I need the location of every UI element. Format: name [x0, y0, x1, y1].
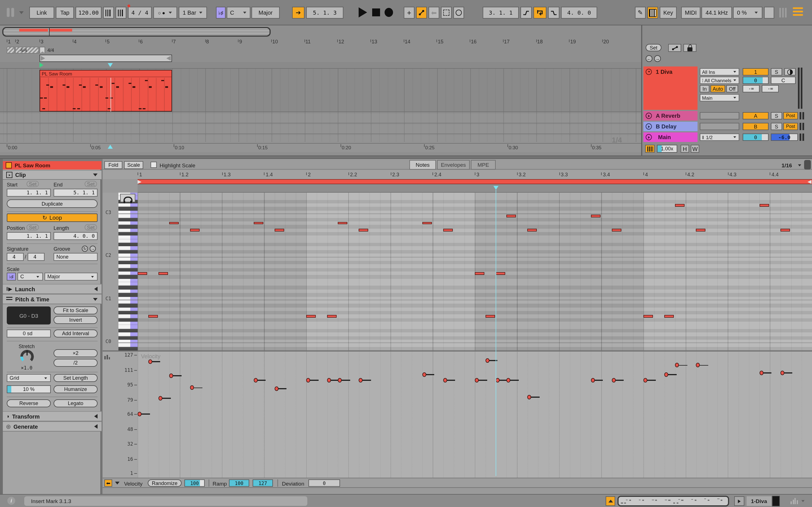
- signature-numerator-field[interactable]: 4: [7, 253, 24, 261]
- record-button[interactable]: [385, 8, 393, 17]
- lane-delay[interactable]: [0, 124, 641, 134]
- lock-envelopes-button[interactable]: [683, 44, 696, 52]
- bar-number[interactable]: 2: [16, 39, 19, 45]
- fold-button[interactable]: Fold: [104, 161, 122, 169]
- white-key[interactable]: [118, 272, 138, 275]
- white-key[interactable]: [118, 290, 138, 293]
- legato-button[interactable]: Legato: [54, 399, 98, 407]
- insert-marker-icon[interactable]: [108, 63, 113, 67]
- bar-number[interactable]: 13: [371, 39, 377, 45]
- black-key[interactable]: [118, 218, 138, 221]
- black-key[interactable]: [118, 250, 138, 254]
- white-key[interactable]: [118, 239, 138, 243]
- velocity-marker[interactable]: [359, 378, 363, 383]
- scale-mode-chooser[interactable]: Major: [45, 273, 98, 281]
- tap-tempo-button[interactable]: Tap: [56, 7, 74, 18]
- clip-title-bar[interactable]: PL Saw Room: [40, 70, 171, 77]
- back-to-arrangement-left-button[interactable]: ←: [646, 55, 652, 62]
- bar-number[interactable]: 1: [8, 39, 11, 45]
- pre-post-toggle[interactable]: Post: [783, 123, 798, 130]
- scale-root-chooser[interactable]: C: [227, 7, 250, 18]
- end-set-button[interactable]: Set: [85, 181, 97, 187]
- velocity-marker[interactable]: [485, 358, 489, 363]
- highlight-scale-checkbox[interactable]: [151, 161, 157, 168]
- velocity-marker[interactable]: [675, 363, 679, 368]
- bar-number[interactable]: 3: [41, 39, 43, 45]
- midi-note[interactable]: [253, 222, 263, 224]
- black-key[interactable]: [118, 318, 138, 322]
- black-key[interactable]: [118, 304, 138, 307]
- session-record-button[interactable]: [453, 7, 464, 18]
- velocity-marker[interactable]: [759, 371, 763, 375]
- velocity-marker[interactable]: [148, 359, 152, 363]
- white-key[interactable]: [118, 228, 138, 232]
- zoom-scale-field[interactable]: 1.00x: [657, 145, 677, 153]
- solo-button[interactable]: S: [771, 112, 782, 119]
- white-key[interactable]: [118, 282, 138, 286]
- input-channel-chooser[interactable]: ⁞ All Channels: [700, 76, 739, 84]
- bar-number[interactable]: 4: [73, 39, 77, 45]
- white-key[interactable]: [118, 340, 138, 343]
- velocity-marker[interactable]: [306, 378, 310, 383]
- white-key[interactable]: [118, 265, 138, 268]
- white-key[interactable]: [118, 257, 138, 261]
- editor-scroll-handle[interactable]: [804, 160, 811, 170]
- send-b-field[interactable]: -∞: [762, 85, 779, 93]
- velocity-marker[interactable]: [475, 378, 479, 383]
- stretch-x2-button[interactable]: ×2: [54, 349, 98, 357]
- midi-note[interactable]: [612, 229, 621, 232]
- black-key[interactable]: [118, 329, 138, 333]
- clip-end-field[interactable]: 5. 1. 1: [54, 189, 98, 196]
- randomize-amount-field[interactable]: 100: [185, 480, 205, 487]
- scale-fold-button[interactable]: Scale: [124, 161, 143, 169]
- white-key[interactable]: [118, 315, 138, 318]
- track-activator[interactable]: 1: [743, 68, 769, 75]
- midi-note[interactable]: [644, 315, 653, 318]
- send-a-field[interactable]: -∞: [743, 85, 760, 93]
- back-to-arrangement-right-button[interactable]: →: [654, 55, 661, 62]
- tempo-field[interactable]: 120.00: [75, 7, 101, 18]
- bar-number[interactable]: 8: [206, 39, 209, 45]
- window-menu-chevron-icon[interactable]: [19, 11, 24, 14]
- midi-note[interactable]: [780, 229, 790, 232]
- white-key[interactable]: [118, 246, 138, 250]
- velocity-marker[interactable]: [169, 373, 173, 378]
- tab-mpe[interactable]: MPE: [471, 160, 496, 170]
- bar-number[interactable]: 18: [537, 39, 543, 45]
- bar-number[interactable]: 14: [405, 39, 410, 45]
- track-fold-icon[interactable]: [646, 134, 652, 140]
- zoom-width-button[interactable]: W: [691, 145, 699, 153]
- white-key[interactable]: [118, 332, 138, 336]
- bar-number[interactable]: 6: [140, 39, 143, 45]
- velocity-marker[interactable]: [327, 378, 331, 383]
- velocity-marker[interactable]: [612, 378, 616, 383]
- velocity-marker[interactable]: [274, 386, 278, 391]
- stop-button[interactable]: [372, 8, 380, 16]
- black-key[interactable]: [118, 207, 138, 211]
- re-enable-automation-button[interactable]: ⬅: [428, 7, 439, 18]
- collapse-chevron-icon[interactable]: [93, 173, 98, 176]
- velocity-marker[interactable]: [644, 378, 647, 383]
- track-fold-icon[interactable]: [646, 113, 652, 119]
- duplicate-button[interactable]: Duplicate: [7, 200, 98, 208]
- bar-number[interactable]: 10: [272, 39, 278, 45]
- key-map-button[interactable]: Key: [660, 7, 677, 18]
- preview-headphone-button[interactable]: [120, 194, 135, 202]
- loop-toggle-button[interactable]: ↻Loop: [7, 214, 98, 222]
- nudge-down-button[interactable]: [103, 7, 114, 18]
- punch-in-button[interactable]: [520, 7, 532, 18]
- velocity-marker[interactable]: [506, 378, 510, 383]
- set-length-button[interactable]: Set Length: [54, 374, 98, 382]
- white-key[interactable]: [118, 203, 138, 207]
- cpu-meter[interactable]: 0 %: [733, 7, 762, 18]
- track-name-diva[interactable]: 1 Diva: [644, 66, 698, 110]
- quantization-chooser[interactable]: 1 Bar: [179, 7, 207, 18]
- length-set-button[interactable]: Set: [85, 224, 97, 230]
- editor-grid-value[interactable]: 1/16: [781, 162, 792, 168]
- draw-mode-button[interactable]: ✎: [635, 7, 646, 18]
- automation-arm-button[interactable]: [416, 7, 427, 18]
- midi-note[interactable]: [443, 229, 453, 232]
- black-key[interactable]: [118, 261, 138, 265]
- position-set-button[interactable]: Set: [27, 224, 39, 230]
- signature-denominator-field[interactable]: 4: [28, 253, 45, 261]
